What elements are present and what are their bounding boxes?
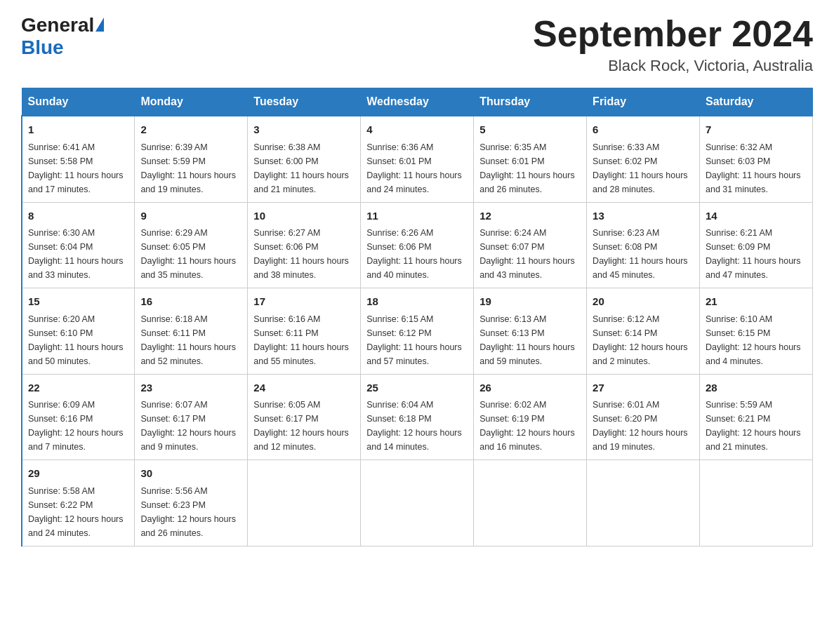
- day-info: Sunrise: 6:09 AMSunset: 6:16 PMDaylight:…: [28, 398, 128, 454]
- day-number: 23: [140, 380, 241, 396]
- header-tuesday: Tuesday: [248, 88, 361, 116]
- day-number: 17: [253, 294, 355, 310]
- day-info: Sunrise: 6:05 AMSunset: 6:17 PMDaylight:…: [253, 398, 355, 454]
- header-thursday: Thursday: [474, 88, 587, 116]
- day-info: Sunrise: 6:35 AMSunset: 6:01 PMDaylight:…: [479, 140, 581, 196]
- title-section: September 2024 Black Rock, Victoria, Aus…: [533, 14, 813, 75]
- calendar-cell: 1Sunrise: 6:41 AMSunset: 5:58 PMDaylight…: [22, 116, 135, 202]
- calendar-cell: 12Sunrise: 6:24 AMSunset: 6:07 PMDayligh…: [474, 202, 587, 288]
- logo-blue-text: Blue: [21, 36, 64, 58]
- calendar-cell: 24Sunrise: 6:05 AMSunset: 6:17 PMDayligh…: [248, 374, 361, 460]
- calendar-cell: [700, 460, 813, 546]
- calendar-title: September 2024: [533, 14, 813, 54]
- day-number: 25: [366, 380, 468, 396]
- day-info: Sunrise: 6:13 AMSunset: 6:13 PMDaylight:…: [479, 312, 581, 368]
- day-info: Sunrise: 6:32 AMSunset: 6:03 PMDaylight:…: [706, 140, 807, 196]
- calendar-cell: 14Sunrise: 6:21 AMSunset: 6:09 PMDayligh…: [700, 202, 813, 288]
- calendar-cell: 22Sunrise: 6:09 AMSunset: 6:16 PMDayligh…: [22, 374, 135, 460]
- calendar-cell: 29Sunrise: 5:58 AMSunset: 6:22 PMDayligh…: [22, 460, 135, 546]
- day-number: 11: [366, 208, 468, 224]
- day-info: Sunrise: 6:02 AMSunset: 6:19 PMDaylight:…: [479, 398, 581, 454]
- day-number: 4: [366, 122, 468, 138]
- day-number: 24: [253, 380, 355, 396]
- calendar-cell: 16Sunrise: 6:18 AMSunset: 6:11 PMDayligh…: [135, 288, 248, 375]
- day-info: Sunrise: 5:59 AMSunset: 6:21 PMDaylight:…: [706, 398, 807, 454]
- day-number: 27: [593, 380, 694, 396]
- calendar-week-row: 22Sunrise: 6:09 AMSunset: 6:16 PMDayligh…: [22, 374, 813, 460]
- header-wednesday: Wednesday: [361, 88, 474, 116]
- day-number: 15: [28, 294, 128, 310]
- header-monday: Monday: [135, 88, 248, 116]
- day-info: Sunrise: 6:21 AMSunset: 6:09 PMDaylight:…: [706, 226, 807, 282]
- calendar-week-row: 1Sunrise: 6:41 AMSunset: 5:58 PMDaylight…: [22, 116, 813, 202]
- day-number: 1: [28, 122, 128, 138]
- day-info: Sunrise: 6:07 AMSunset: 6:17 PMDaylight:…: [140, 398, 241, 454]
- day-number: 13: [593, 208, 694, 224]
- day-info: Sunrise: 6:33 AMSunset: 6:02 PMDaylight:…: [593, 140, 694, 196]
- calendar-cell: 25Sunrise: 6:04 AMSunset: 6:18 PMDayligh…: [361, 374, 474, 460]
- day-info: Sunrise: 6:18 AMSunset: 6:11 PMDaylight:…: [140, 312, 241, 368]
- day-number: 8: [28, 208, 128, 224]
- day-number: 21: [706, 294, 807, 310]
- calendar-header-row: SundayMondayTuesdayWednesdayThursdayFrid…: [22, 88, 813, 116]
- calendar-cell: 17Sunrise: 6:16 AMSunset: 6:11 PMDayligh…: [248, 288, 361, 375]
- day-info: Sunrise: 6:29 AMSunset: 6:05 PMDaylight:…: [140, 226, 241, 282]
- day-info: Sunrise: 5:58 AMSunset: 6:22 PMDaylight:…: [28, 484, 128, 540]
- day-info: Sunrise: 6:23 AMSunset: 6:08 PMDaylight:…: [593, 226, 694, 282]
- day-number: 14: [706, 208, 807, 224]
- calendar-week-row: 15Sunrise: 6:20 AMSunset: 6:10 PMDayligh…: [22, 288, 813, 375]
- day-number: 18: [366, 294, 468, 310]
- calendar-cell: 26Sunrise: 6:02 AMSunset: 6:19 PMDayligh…: [474, 374, 587, 460]
- calendar-cell: 8Sunrise: 6:30 AMSunset: 6:04 PMDaylight…: [22, 202, 135, 288]
- page-header: General Blue September 2024 Black Rock, …: [21, 14, 813, 75]
- calendar-cell: 27Sunrise: 6:01 AMSunset: 6:20 PMDayligh…: [587, 374, 700, 460]
- calendar-cell: 3Sunrise: 6:38 AMSunset: 6:00 PMDaylight…: [248, 116, 361, 202]
- day-number: 26: [479, 380, 581, 396]
- day-number: 22: [28, 380, 128, 396]
- calendar-cell: 2Sunrise: 6:39 AMSunset: 5:59 PMDaylight…: [135, 116, 248, 202]
- day-info: Sunrise: 6:16 AMSunset: 6:11 PMDaylight:…: [253, 312, 355, 368]
- day-number: 2: [140, 122, 241, 138]
- logo-general-text: General: [21, 14, 94, 36]
- day-number: 19: [479, 294, 581, 310]
- calendar-week-row: 29Sunrise: 5:58 AMSunset: 6:22 PMDayligh…: [22, 460, 813, 546]
- calendar-cell: [587, 460, 700, 546]
- calendar-cell: 5Sunrise: 6:35 AMSunset: 6:01 PMDaylight…: [474, 116, 587, 202]
- calendar-table: SundayMondayTuesdayWednesdayThursdayFrid…: [21, 88, 813, 546]
- day-number: 30: [140, 466, 241, 482]
- day-number: 16: [140, 294, 241, 310]
- day-number: 6: [593, 122, 694, 138]
- calendar-cell: [248, 460, 361, 546]
- day-number: 29: [28, 466, 128, 482]
- calendar-cell: [474, 460, 587, 546]
- calendar-cell: 21Sunrise: 6:10 AMSunset: 6:15 PMDayligh…: [700, 288, 813, 375]
- day-info: Sunrise: 6:01 AMSunset: 6:20 PMDaylight:…: [593, 398, 694, 454]
- calendar-cell: 4Sunrise: 6:36 AMSunset: 6:01 PMDaylight…: [361, 116, 474, 202]
- day-info: Sunrise: 6:12 AMSunset: 6:14 PMDaylight:…: [593, 312, 694, 368]
- day-info: Sunrise: 6:39 AMSunset: 5:59 PMDaylight:…: [140, 140, 241, 196]
- day-info: Sunrise: 6:30 AMSunset: 6:04 PMDaylight:…: [28, 226, 128, 282]
- day-info: Sunrise: 5:56 AMSunset: 6:23 PMDaylight:…: [140, 484, 241, 540]
- calendar-cell: 6Sunrise: 6:33 AMSunset: 6:02 PMDaylight…: [587, 116, 700, 202]
- day-info: Sunrise: 6:38 AMSunset: 6:00 PMDaylight:…: [253, 140, 355, 196]
- calendar-cell: 10Sunrise: 6:27 AMSunset: 6:06 PMDayligh…: [248, 202, 361, 288]
- calendar-cell: 18Sunrise: 6:15 AMSunset: 6:12 PMDayligh…: [361, 288, 474, 375]
- day-number: 3: [253, 122, 355, 138]
- calendar-cell: 13Sunrise: 6:23 AMSunset: 6:08 PMDayligh…: [587, 202, 700, 288]
- header-sunday: Sunday: [22, 88, 135, 116]
- calendar-cell: 23Sunrise: 6:07 AMSunset: 6:17 PMDayligh…: [135, 374, 248, 460]
- calendar-week-row: 8Sunrise: 6:30 AMSunset: 6:04 PMDaylight…: [22, 202, 813, 288]
- day-number: 12: [479, 208, 581, 224]
- calendar-cell: 7Sunrise: 6:32 AMSunset: 6:03 PMDaylight…: [700, 116, 813, 202]
- day-info: Sunrise: 6:04 AMSunset: 6:18 PMDaylight:…: [366, 398, 468, 454]
- day-number: 20: [593, 294, 694, 310]
- day-number: 28: [706, 380, 807, 396]
- calendar-cell: 15Sunrise: 6:20 AMSunset: 6:10 PMDayligh…: [22, 288, 135, 375]
- calendar-cell: 19Sunrise: 6:13 AMSunset: 6:13 PMDayligh…: [474, 288, 587, 375]
- day-info: Sunrise: 6:41 AMSunset: 5:58 PMDaylight:…: [28, 140, 128, 196]
- day-number: 9: [140, 208, 241, 224]
- calendar-cell: 11Sunrise: 6:26 AMSunset: 6:06 PMDayligh…: [361, 202, 474, 288]
- day-info: Sunrise: 6:36 AMSunset: 6:01 PMDaylight:…: [366, 140, 468, 196]
- day-info: Sunrise: 6:20 AMSunset: 6:10 PMDaylight:…: [28, 312, 128, 368]
- day-info: Sunrise: 6:27 AMSunset: 6:06 PMDaylight:…: [253, 226, 355, 282]
